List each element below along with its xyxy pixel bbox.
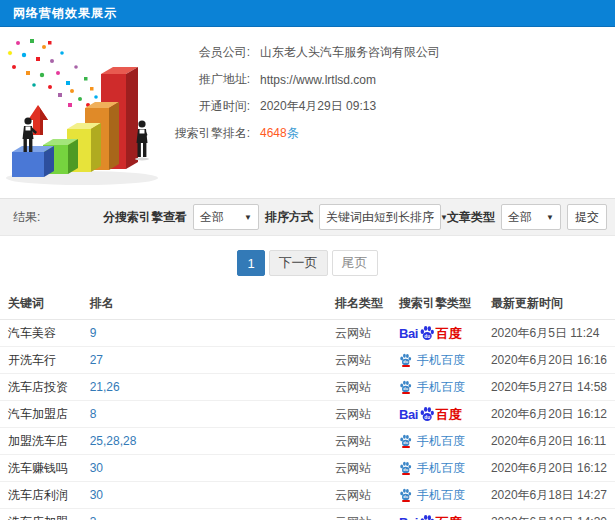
member-company-link[interactable]: 山东老人头汽车服务咨询有限公司 — [260, 44, 440, 61]
info-label: 推广地址: — [172, 71, 250, 88]
engine-cell: du手机百度 — [391, 482, 483, 509]
rank-type-cell: 云网站 — [327, 347, 391, 374]
mobile-baidu-label: 手机百度 — [417, 461, 465, 476]
rank-count-unit: 条 — [287, 126, 299, 140]
engine-logo-baidu: Baidu百度 — [399, 406, 462, 422]
promotion-url-link[interactable]: https://www.lrtlsd.com — [260, 73, 376, 87]
last-page-button[interactable]: 尾页 — [332, 250, 378, 276]
svg-text:du: du — [403, 441, 408, 445]
rank-link[interactable]: 30 — [90, 461, 103, 475]
info-row: 开通时间:2020年4月29日 09:13 — [172, 93, 440, 120]
engine-select[interactable]: 全部 ▼ — [193, 204, 259, 230]
sort-select[interactable]: 关键词由短到长排序 ▼ — [319, 204, 441, 230]
mobile-baidu-icon: du — [399, 353, 412, 367]
rank-type-cell: 云网站 — [327, 509, 391, 520]
keyword-cell: 开洗车行 — [0, 347, 82, 374]
info-label: 开通时间: — [172, 98, 250, 115]
baidu-logo-text: Bai — [399, 407, 418, 422]
keyword-cell: 汽车加盟店 — [0, 401, 82, 428]
table-row: 洗车店利润30云网站du手机百度2020年6月18日 14:27 — [0, 482, 615, 509]
growth-chart-illustration — [0, 31, 172, 191]
confetti-dots — [8, 39, 102, 111]
engine-logo-wrap: du手机百度 — [399, 460, 475, 476]
updated-time-cell: 2020年6月18日 14:30 — [483, 509, 615, 520]
engine-logo-mobile-baidu: du手机百度 — [399, 353, 465, 368]
baidu-paw-icon: du — [419, 325, 435, 341]
rank-cell: 8 — [82, 401, 327, 428]
column-header: 排名 — [82, 288, 327, 320]
chevron-down-icon: ▼ — [244, 213, 252, 222]
table-row: 加盟洗车店25,28,28云网站du手机百度2020年6月20日 16:11 — [0, 428, 615, 455]
table-header-row: 关键词排名排名类型搜索引擎类型最新更新时间 — [0, 288, 615, 320]
info-row: 搜索引擎排名:4648条 — [172, 120, 440, 147]
engine-logo-wrap: Baidu百度 — [399, 406, 475, 422]
rank-link[interactable]: 8 — [90, 407, 97, 421]
rank-cell: 25,28,28 — [82, 428, 327, 455]
rank-type-cell: 云网站 — [327, 374, 391, 401]
rank-link[interactable]: 3 — [90, 515, 97, 520]
engine-cell: Baidu百度 — [391, 401, 483, 428]
keyword-cell: 洗车店加盟 — [0, 509, 82, 520]
baidu-logo-cn-text: 百度 — [436, 515, 462, 520]
keyword-cell: 洗车店利润 — [0, 482, 82, 509]
rank-link[interactable]: 21,26 — [90, 380, 120, 394]
open-time-value: 2020年4月29日 09:13 — [260, 98, 376, 115]
mobile-baidu-label: 手机百度 — [417, 488, 465, 503]
keyword-cell: 加盟洗车店 — [0, 428, 82, 455]
table-row: 洗车赚钱吗30云网站du手机百度2020年6月20日 16:12 — [0, 455, 615, 482]
next-page-button[interactable]: 下一页 — [269, 250, 328, 276]
engine-filter-label: 分搜索引擎查看 — [103, 209, 187, 226]
page-title: 网络营销效果展示 — [13, 5, 117, 22]
baidu-logo-text: Bai — [399, 515, 418, 520]
svg-text:du: du — [424, 415, 430, 420]
mobile-baidu-icon: du — [399, 434, 412, 448]
mobile-baidu-label: 手机百度 — [417, 353, 465, 368]
svg-text:du: du — [424, 334, 430, 339]
updated-time-cell: 2020年6月20日 16:16 — [483, 347, 615, 374]
engine-cell: du手机百度 — [391, 455, 483, 482]
rank-link[interactable]: 25,28,28 — [90, 434, 137, 448]
rank-cell: 9 — [82, 320, 327, 347]
mobile-baidu-label: 手机百度 — [417, 380, 465, 395]
rank-link[interactable]: 30 — [90, 488, 103, 502]
rank-type-cell: 云网站 — [327, 401, 391, 428]
column-header: 搜索引擎类型 — [391, 288, 483, 320]
rank-cell: 30 — [82, 455, 327, 482]
engine-logo-wrap: du手机百度 — [399, 487, 475, 503]
keyword-cell: 汽车美容 — [0, 320, 82, 347]
bar-blue — [12, 146, 54, 177]
engine-logo-mobile-baidu: du手机百度 — [399, 434, 465, 449]
engine-logo-baidu: Baidu百度 — [399, 514, 462, 520]
mobile-baidu-icon-accent — [402, 473, 410, 475]
rank-link[interactable]: 9 — [90, 326, 97, 340]
rank-cell: 21,26 — [82, 374, 327, 401]
updated-time-cell: 2020年6月18日 14:27 — [483, 482, 615, 509]
baidu-logo-text: Bai — [399, 326, 418, 341]
engine-logo-wrap: du手机百度 — [399, 379, 475, 395]
svg-text:du: du — [403, 360, 408, 364]
engine-logo-wrap: Baidu百度 — [399, 514, 475, 520]
updated-time-cell: 2020年5月27日 14:58 — [483, 374, 615, 401]
filter-controls: 分搜索引擎查看 全部 ▼ 排序方式 关键词由短到长排序 ▼ 文章类型 全部 ▼ … — [103, 204, 607, 230]
baidu-paw-icon: du — [419, 406, 435, 422]
engine-logo-mobile-baidu: du手机百度 — [399, 488, 465, 503]
mobile-baidu-icon-accent — [402, 500, 410, 502]
article-type-select[interactable]: 全部 ▼ — [501, 204, 561, 230]
page-header: 网络营销效果展示 — [0, 0, 615, 27]
mobile-baidu-icon-accent — [402, 446, 410, 448]
mobile-baidu-icon-accent — [402, 365, 410, 367]
sort-filter-label: 排序方式 — [265, 209, 313, 226]
column-header: 排名类型 — [327, 288, 391, 320]
mobile-baidu-icon-accent — [402, 392, 410, 394]
submit-button[interactable]: 提交 — [567, 204, 607, 230]
engine-cell: du手机百度 — [391, 374, 483, 401]
mobile-baidu-icon: du — [399, 488, 412, 502]
engine-select-value: 全部 — [200, 209, 224, 226]
updated-time-cell: 2020年6月20日 16:11 — [483, 428, 615, 455]
rank-link[interactable]: 27 — [90, 353, 103, 367]
updated-time-cell: 2020年6月20日 16:12 — [483, 455, 615, 482]
page-1-button[interactable]: 1 — [237, 250, 264, 276]
filter-bar: 结果: 分搜索引擎查看 全部 ▼ 排序方式 关键词由短到长排序 ▼ 文章类型 全… — [0, 198, 615, 236]
baidu-paw-icon: du — [419, 514, 435, 520]
article-type-select-value: 全部 — [508, 209, 532, 226]
